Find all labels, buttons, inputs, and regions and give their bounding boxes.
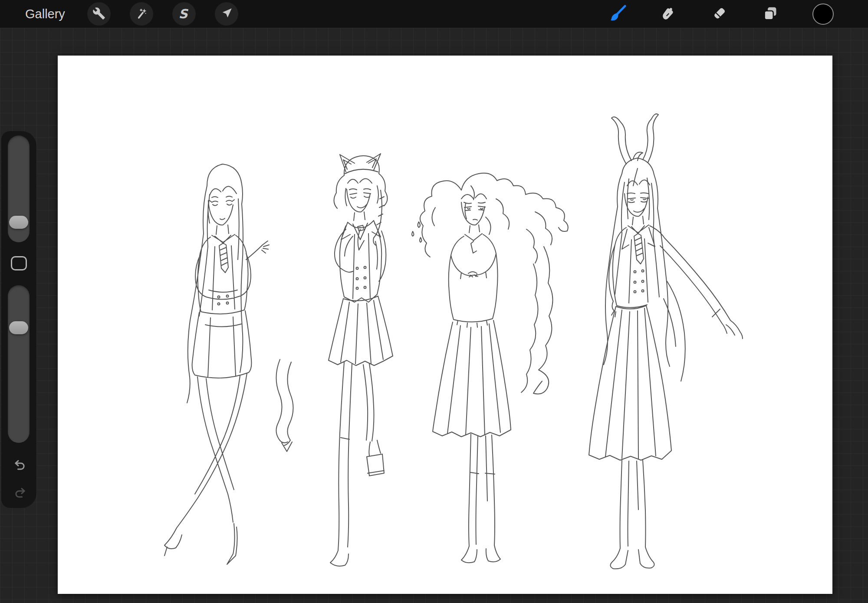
color-button[interactable] bbox=[811, 2, 835, 26]
procreate-app: { "topbar": { "gallery_label": "Gallery"… bbox=[0, 0, 868, 603]
layers-button[interactable] bbox=[759, 2, 782, 26]
erase-tool-button[interactable] bbox=[707, 2, 731, 26]
sketch-artwork bbox=[58, 56, 832, 594]
actions-button[interactable] bbox=[87, 2, 111, 26]
undo-icon bbox=[13, 458, 27, 473]
character-3 bbox=[412, 173, 568, 563]
workspace-background bbox=[0, 28, 868, 603]
adjustments-button[interactable] bbox=[130, 2, 153, 26]
eraser-icon bbox=[711, 6, 727, 23]
paintbrush-icon bbox=[608, 4, 627, 24]
redo-icon bbox=[13, 486, 27, 501]
brush-sidebar bbox=[1, 131, 36, 508]
selection-s-icon: S bbox=[179, 8, 188, 20]
gallery-button[interactable]: Gallery bbox=[25, 0, 65, 28]
transform-button[interactable] bbox=[215, 2, 238, 26]
redo-button[interactable] bbox=[13, 486, 27, 500]
magic-wand-icon bbox=[135, 7, 148, 21]
selection-button[interactable]: S bbox=[172, 2, 196, 26]
paint-tool-button[interactable] bbox=[606, 2, 629, 26]
character-1 bbox=[164, 164, 269, 564]
drawing-canvas[interactable] bbox=[58, 56, 832, 594]
modify-button[interactable] bbox=[11, 256, 27, 270]
brush-size-slider[interactable] bbox=[8, 135, 30, 242]
color-swatch-circle bbox=[812, 3, 834, 25]
brush-opacity-handle[interactable] bbox=[9, 321, 28, 334]
brush-size-handle[interactable] bbox=[9, 216, 28, 229]
wrench-icon bbox=[92, 7, 105, 21]
topbar: Gallery S bbox=[0, 0, 868, 28]
smudge-icon bbox=[661, 6, 676, 23]
brush-opacity-slider[interactable] bbox=[8, 285, 30, 443]
character-2 bbox=[276, 154, 393, 566]
transform-arrow-icon bbox=[220, 7, 233, 21]
layers-icon bbox=[763, 6, 778, 23]
character-4 bbox=[589, 114, 743, 569]
smudge-tool-button[interactable] bbox=[657, 2, 680, 26]
undo-button[interactable] bbox=[13, 458, 27, 472]
